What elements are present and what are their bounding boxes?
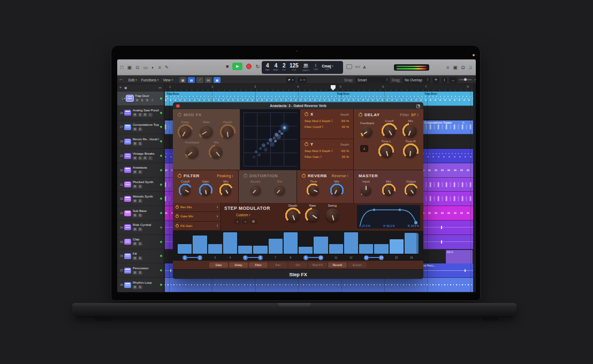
track-row[interactable]: 33 Sub Bass M S (117, 206, 164, 221)
step-mod-rate-knob[interactable] (306, 209, 319, 222)
library-icon[interactable]: □ (120, 65, 123, 70)
step-column[interactable]: 12 (344, 232, 359, 261)
close-icon[interactable] (176, 104, 180, 108)
add-track-button[interactable]: + (119, 86, 121, 89)
filter-mode-select[interactable]: Peaking▴▾ (217, 174, 233, 178)
track-row[interactable]: 26 Analog Saw Punch M S R I (117, 106, 164, 120)
step-column[interactable]: 3 (208, 232, 223, 261)
solo-button[interactable]: S (138, 156, 142, 160)
track-row[interactable]: 27 Computations Topper M S (117, 120, 164, 135)
track-row[interactable]: 35 Clap M S (117, 235, 164, 249)
solo-button[interactable]: S (138, 214, 142, 217)
loop-browser-icon[interactable]: Ω (461, 65, 465, 70)
timeline-ruler[interactable]: 1 2 3 4 5 6 7 (165, 84, 473, 92)
resize-icon[interactable]: ↔ (449, 77, 457, 83)
fx-toggle-button[interactable]: Pan (269, 262, 287, 268)
reverb-mix-knob[interactable] (331, 185, 342, 195)
master-output-knob[interactable] (406, 185, 416, 195)
solo-button[interactable]: S (138, 271, 142, 275)
solo-button[interactable]: S (138, 228, 142, 231)
distortion-exciter-knob[interactable] (250, 185, 261, 195)
solo-button[interactable]: S (138, 199, 142, 203)
master-input-knob[interactable] (361, 185, 371, 195)
mute-button[interactable]: M (133, 285, 137, 289)
mute-button[interactable]: M (133, 271, 137, 275)
pointer-tool-menu[interactable]: ◤▾ (286, 77, 295, 83)
step-bar[interactable] (208, 244, 222, 254)
track-row[interactable]: 30 Anastacia M S (117, 163, 164, 178)
drag-select[interactable]: No Overlap▴▾ (402, 77, 430, 83)
automation-view-icon[interactable]: ⟋ (196, 77, 203, 83)
modulation-target-row[interactable]: Filt Gain ▴▾ (173, 222, 221, 231)
mod-fx-power-icon[interactable] (178, 113, 181, 117)
mod-fx-feedback-knob[interactable] (186, 146, 199, 158)
track-row[interactable]: 34 Ride Cymbal M S (117, 221, 164, 235)
next-preset-button[interactable]: › (242, 219, 249, 224)
solo-button[interactable]: S (138, 185, 142, 188)
reverb-power-icon[interactable] (302, 174, 306, 178)
solo-button[interactable]: S (138, 285, 142, 289)
fx-toggle-button[interactable]: Dirt (288, 262, 307, 268)
functions-menu[interactable]: Functions▾ (140, 78, 161, 82)
track-row[interactable]: 31 Plucked Synth M S (117, 178, 164, 192)
list-editors-icon[interactable]: ≡ (446, 65, 449, 70)
filter-gain-knob[interactable] (200, 185, 211, 195)
tuner-icon[interactable] (363, 65, 366, 69)
filter-cutoff-knob[interactable] (180, 185, 191, 195)
reverb-time-knob[interactable] (308, 185, 319, 195)
gear-icon[interactable]: ⚙ (250, 219, 257, 224)
marquee-view-icon[interactable]: ▣ (214, 77, 221, 83)
input-monitor-button[interactable]: I (148, 113, 153, 117)
filter-power-icon[interactable] (178, 174, 181, 178)
step-bar[interactable] (359, 244, 373, 254)
record-enable-button[interactable]: R (143, 156, 147, 160)
y-param-row[interactable]: Step Mod 3 Depth▴▾-60 % (305, 149, 349, 153)
piano-roll-view-icon[interactable]: ▤ (188, 77, 195, 83)
track-row[interactable]: 32 Melodic Synth M S (117, 192, 164, 206)
secondary-tool-menu[interactable]: +▾ (298, 77, 307, 83)
step-bar[interactable] (405, 233, 419, 254)
duplicate-track-button[interactable]: ▣ (124, 86, 127, 89)
solo-button[interactable]: S (138, 256, 142, 260)
mute-button[interactable]: M (133, 228, 137, 231)
toolbar-toggle-icon[interactable]: ▭ (143, 65, 148, 70)
count-in-icon[interactable] (346, 64, 352, 69)
xy-pad[interactable] (240, 109, 300, 170)
y-power-icon[interactable] (305, 142, 308, 146)
track-row[interactable]: 37 Percussion M S (117, 263, 164, 278)
mute-button[interactable]: M (133, 199, 137, 203)
master-mix-knob[interactable] (383, 185, 394, 195)
delay-mix-knob[interactable] (404, 124, 417, 137)
quick-help-icon[interactable]: ⊙ (135, 65, 140, 70)
step-column[interactable]: 4 (223, 232, 238, 261)
mod-fx-delay-knob[interactable] (179, 125, 192, 138)
play-button[interactable]: ▶ (232, 63, 242, 70)
reverb-mode-select[interactable]: Reverse▴▾ (332, 174, 348, 178)
x-param-row[interactable]: Filter Cutoff▴▾30 % (305, 125, 349, 128)
record-button[interactable] (246, 64, 252, 69)
editors-icon[interactable]: ✎ (165, 65, 169, 70)
fx-toggle-button[interactable]: Exciter (348, 262, 367, 268)
step-bar[interactable] (374, 244, 388, 254)
step-bar[interactable] (344, 232, 358, 254)
mute-button[interactable]: M (133, 214, 137, 217)
cycle-button[interactable]: ↻ (255, 64, 260, 70)
step-bar[interactable] (193, 236, 207, 254)
modulation-target-row[interactable]: Rev Mix ▴▾ (173, 203, 221, 212)
step-column[interactable]: 13 (359, 232, 374, 261)
record-enable-button[interactable]: R (145, 98, 149, 102)
view-menu[interactable]: View▾ (161, 78, 174, 82)
step-bar[interactable] (178, 244, 192, 254)
text-tool-icon[interactable]: I (442, 77, 447, 83)
region-row[interactable] (165, 278, 473, 292)
mod-fx-rate-knob[interactable] (200, 125, 213, 138)
step-bar[interactable] (253, 246, 267, 254)
step-mod-depth-knob[interactable] (286, 209, 299, 222)
step-bar[interactable] (223, 232, 237, 254)
solo-button[interactable]: S (138, 242, 142, 246)
step-column[interactable]: 1 (177, 232, 192, 261)
input-monitor-button[interactable]: I (148, 156, 153, 160)
mute-button[interactable]: M (133, 142, 137, 146)
fx-toggle-button[interactable]: Gate (209, 262, 228, 268)
solo-button[interactable]: S (140, 98, 145, 102)
